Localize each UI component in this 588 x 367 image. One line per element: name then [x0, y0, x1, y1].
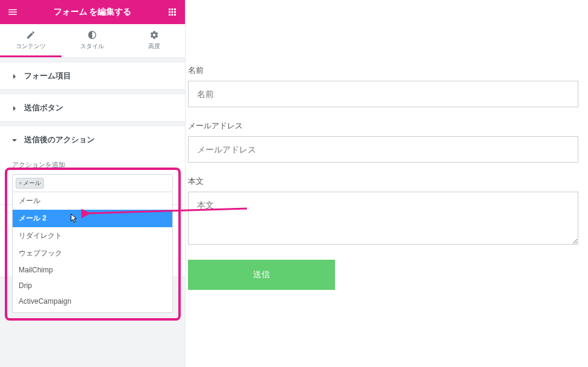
panel-header: フォーム を編集する [0, 0, 185, 24]
caret-right-icon [12, 72, 18, 81]
section-form-fields[interactable]: フォーム項目 [0, 63, 185, 90]
selected-action-tag[interactable]: × メール [16, 178, 44, 189]
tab-content-label: コンテンツ [16, 43, 46, 49]
section-submit-button-label: 送信ボタン [24, 102, 63, 113]
body-label: 本文 [188, 176, 586, 187]
section-actions-header[interactable]: 送信後のアクション [0, 127, 185, 153]
tab-advanced-label: 高度 [148, 43, 160, 49]
name-label: 名前 [188, 65, 586, 76]
dropdown-option[interactable]: GetResponse [13, 309, 172, 313]
body-textarea[interactable] [188, 192, 578, 245]
caret-down-icon [12, 136, 18, 145]
dropdown-option[interactable]: メール 2 [13, 210, 172, 227]
name-input[interactable] [188, 81, 578, 107]
submit-button[interactable]: 送信 [188, 260, 335, 290]
menu-icon[interactable] [7, 7, 18, 17]
email-input[interactable] [188, 136, 578, 163]
action-dropdown[interactable]: メール メール 2 リダイレクト ウェブフック MailChimp Drip A… [12, 192, 173, 313]
tab-advanced[interactable]: 高度 [124, 24, 185, 57]
tab-content[interactable]: コンテンツ [0, 24, 61, 57]
section-submit-button[interactable]: 送信ボタン [0, 95, 185, 122]
apps-icon[interactable] [167, 7, 178, 17]
dropdown-option[interactable]: メール [13, 192, 172, 210]
dropdown-option[interactable]: リダイレクト [13, 227, 172, 245]
email-label: メールアドレス [188, 121, 586, 131]
dropdown-option[interactable]: Drip [13, 278, 172, 293]
selected-action-tag-label: メール [23, 179, 41, 187]
tabs-bar: コンテンツ スタイル 高度 [0, 24, 185, 58]
section-form-fields-label: フォーム項目 [24, 71, 71, 81]
panel-title: フォーム を編集する [18, 7, 167, 17]
tab-style-label: スタイル [80, 43, 104, 49]
gear-icon [149, 30, 159, 40]
tag-remove-icon[interactable]: × [19, 180, 22, 186]
tab-style[interactable]: スタイル [61, 24, 123, 57]
dropdown-option[interactable]: ウェブフック [13, 245, 172, 262]
caret-right-icon [12, 104, 18, 113]
editor-panel: フォーム を編集する コンテンツ スタイル 高度 フォーム項目 送信ボタン [0, 0, 186, 367]
form-preview: 名前 メールアドレス 本文 送信 [188, 65, 586, 290]
section-actions: 送信後のアクション アクションを追加 × メール メール メール 2 リダイレク… [0, 127, 185, 205]
action-tag-input[interactable]: × メール [12, 174, 173, 192]
dropdown-option[interactable]: ActiveCampaign [13, 293, 172, 309]
dropdown-option[interactable]: MailChimp [13, 262, 172, 278]
add-action-label: アクションを追加 [12, 160, 173, 169]
pencil-icon [26, 30, 36, 40]
section-actions-label: 送信後のアクション [24, 134, 95, 145]
contrast-icon [87, 30, 97, 40]
